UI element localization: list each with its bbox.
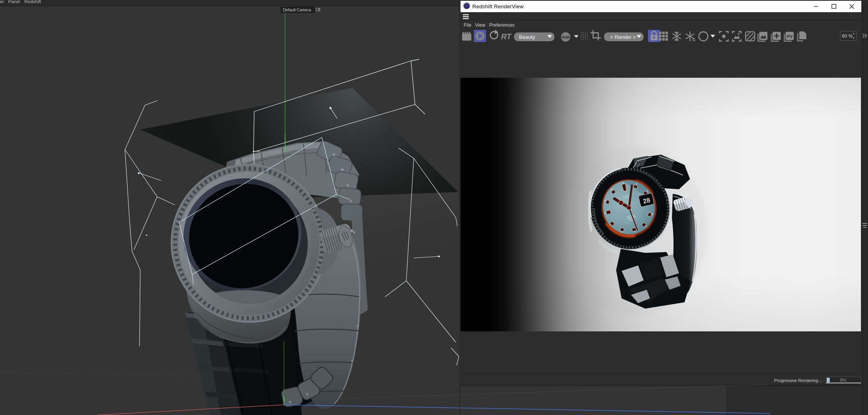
svg-text:Default Camera: Default Camera: [283, 8, 311, 12]
svg-text:60 %: 60 %: [842, 33, 853, 39]
svg-text:G: G: [692, 38, 696, 42]
svg-text:Beauty: Beauty: [519, 34, 535, 40]
svg-text:Redshift: Redshift: [24, 0, 41, 4]
svg-text:Progressive Rendering…: Progressive Rendering…: [774, 378, 822, 383]
svg-text:Preferences: Preferences: [489, 22, 515, 28]
svg-text:< Render >: < Render >: [610, 34, 636, 40]
svg-text:er: er: [0, 0, 4, 4]
svg-text:8%: 8%: [840, 378, 847, 382]
svg-text:Panel: Panel: [8, 0, 20, 4]
svg-text:RT: RT: [501, 32, 512, 41]
svg-text:RGB: RGB: [562, 35, 570, 39]
svg-text:File: File: [464, 22, 472, 28]
svg-text:View: View: [475, 22, 485, 28]
svg-text:PV: PV: [787, 34, 793, 39]
